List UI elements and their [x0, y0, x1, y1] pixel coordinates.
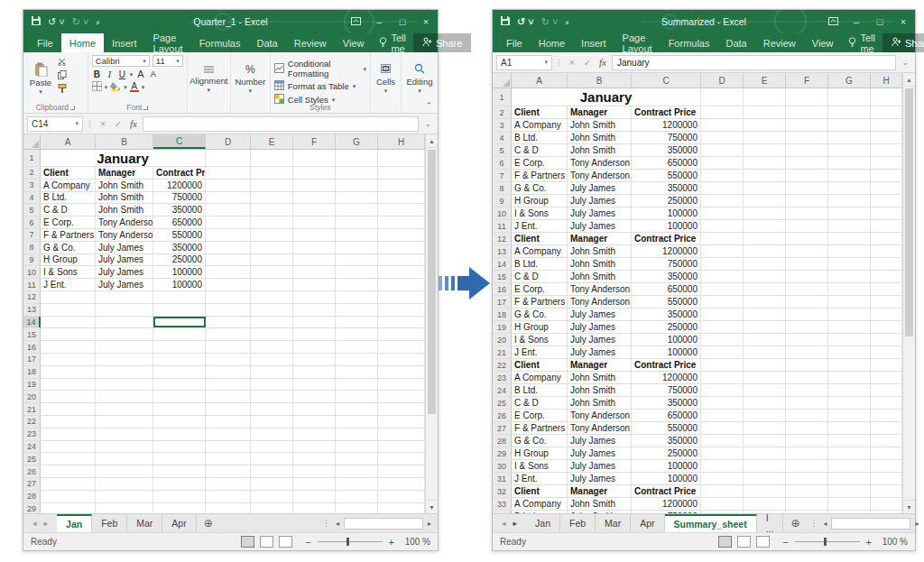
cell[interactable] [293, 192, 336, 204]
cell[interactable] [251, 416, 293, 428]
row-header-32[interactable]: 32 [493, 485, 512, 497]
zoom-slider-thumb[interactable] [346, 538, 349, 546]
cell[interactable]: Tony Anderson [568, 170, 632, 181]
cell[interactable] [336, 328, 378, 340]
column-header-E[interactable]: E [744, 73, 786, 88]
cell[interactable] [153, 291, 206, 303]
paste-button[interactable]: Paste ▾ [27, 55, 54, 102]
cell[interactable] [871, 309, 902, 320]
cell[interactable]: July James [96, 254, 153, 266]
cell[interactable] [744, 309, 786, 320]
cell[interactable] [378, 441, 425, 453]
cell[interactable] [293, 391, 336, 402]
format-as-table-button[interactable]: Format as Table▾ [274, 80, 366, 92]
cell[interactable] [41, 403, 96, 415]
cell[interactable] [744, 119, 786, 131]
cell[interactable]: 100000 [153, 266, 206, 278]
cell[interactable] [293, 503, 336, 513]
vertical-scrollbar[interactable]: ▲ ▼ [425, 134, 438, 513]
cell[interactable] [828, 435, 871, 447]
cell[interactable] [293, 317, 336, 328]
cell[interactable] [871, 372, 902, 383]
cell[interactable] [336, 150, 378, 166]
cell[interactable] [871, 220, 902, 232]
row-header-11[interactable]: 11 [23, 279, 41, 290]
shrink-font-button[interactable]: A [148, 69, 158, 78]
cell[interactable] [378, 304, 425, 316]
name-box[interactable]: C14▾ [27, 116, 83, 132]
cell[interactable] [96, 403, 153, 415]
cell[interactable]: John Smith [568, 384, 632, 396]
cell[interactable]: J Ent. [512, 346, 568, 358]
cell[interactable] [96, 379, 153, 391]
cell[interactable] [701, 384, 744, 396]
cell[interactable] [786, 132, 828, 143]
zoom-level[interactable]: 100 % [402, 537, 430, 547]
cell[interactable] [96, 341, 153, 353]
cell[interactable]: 750000 [632, 384, 701, 396]
cell[interactable] [96, 478, 153, 490]
row-header-8[interactable]: 8 [493, 182, 512, 194]
cell[interactable] [786, 245, 828, 257]
enter-icon[interactable]: ✓ [581, 58, 594, 68]
cell[interactable]: 1200000 [632, 119, 701, 131]
cell[interactable] [786, 435, 828, 447]
cell[interactable] [786, 498, 828, 510]
cell[interactable] [701, 321, 744, 333]
cell[interactable] [378, 379, 425, 391]
cell[interactable] [744, 422, 786, 434]
cell[interactable] [828, 182, 871, 194]
prev-sheet-icon[interactable]: ◂ [502, 519, 506, 528]
cell[interactable] [96, 503, 153, 513]
cell[interactable] [786, 283, 828, 295]
cell[interactable]: Tony Anderson [568, 283, 632, 295]
cell[interactable] [871, 207, 902, 219]
cell[interactable] [871, 359, 902, 371]
customize-qat-icon[interactable]: ⸗ [565, 17, 568, 27]
column-header-B[interactable]: B [96, 134, 153, 149]
cell[interactable] [786, 372, 828, 383]
cell[interactable] [871, 157, 902, 169]
cell[interactable] [293, 428, 336, 440]
cell[interactable] [336, 341, 378, 353]
cell[interactable]: John Smith [568, 397, 632, 409]
cell[interactable] [336, 279, 378, 290]
cell[interactable] [701, 372, 744, 383]
cell[interactable] [251, 379, 293, 391]
cell[interactable] [336, 391, 378, 402]
cell[interactable] [153, 379, 206, 391]
cell[interactable] [96, 304, 153, 316]
row-header-22[interactable]: 22 [493, 359, 512, 371]
row-header-26[interactable]: 26 [23, 465, 41, 477]
cell[interactable]: C & D [41, 204, 96, 216]
cell[interactable] [701, 207, 744, 219]
cell[interactable]: John Smith [96, 192, 153, 204]
cell[interactable] [41, 453, 96, 465]
cell[interactable] [293, 150, 336, 166]
cell[interactable] [336, 304, 378, 316]
cell[interactable]: H Group [512, 447, 568, 459]
row-header-14[interactable]: 14 [23, 317, 41, 328]
insert-function-icon[interactable]: fx [127, 118, 140, 129]
cell[interactable] [744, 258, 786, 270]
cell[interactable]: July James [568, 346, 632, 358]
cell[interactable] [206, 291, 251, 303]
cell[interactable] [871, 233, 902, 244]
cell[interactable]: 550000 [632, 296, 701, 308]
row-header-27[interactable]: 27 [493, 422, 512, 434]
cell[interactable] [206, 379, 251, 391]
cell[interactable] [828, 271, 871, 282]
cell[interactable] [828, 296, 871, 308]
column-header-C[interactable]: C [632, 73, 701, 88]
column-header-F[interactable]: F [786, 73, 828, 88]
cell[interactable] [206, 366, 251, 378]
cell[interactable] [96, 416, 153, 428]
ribbon-tab-data[interactable]: Data [717, 33, 754, 52]
row-header-29[interactable]: 29 [23, 503, 41, 513]
cell[interactable] [153, 341, 206, 353]
cell[interactable]: John Smith [568, 144, 632, 156]
row-header-10[interactable]: 10 [493, 207, 512, 219]
row-header-24[interactable]: 24 [493, 384, 512, 396]
scrollbar-thumb[interactable] [905, 88, 913, 336]
cell[interactable] [293, 266, 336, 278]
